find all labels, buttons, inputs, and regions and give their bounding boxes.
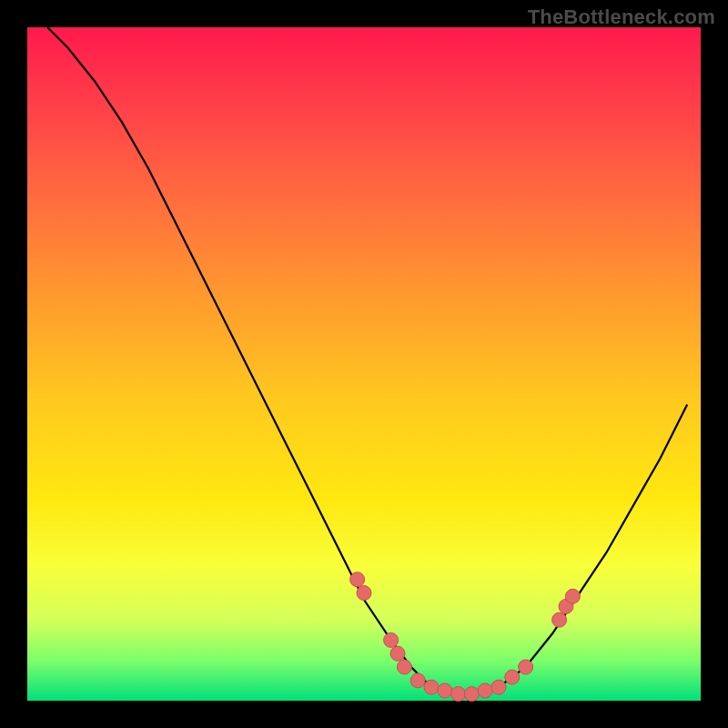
dot bbox=[384, 632, 399, 647]
dot bbox=[357, 586, 371, 601]
dot bbox=[438, 683, 452, 698]
dot bbox=[519, 660, 533, 674]
dot bbox=[552, 612, 567, 627]
dot bbox=[478, 683, 492, 698]
dot bbox=[397, 660, 411, 674]
dot bbox=[451, 687, 466, 702]
dot bbox=[464, 687, 479, 702]
curve-svg bbox=[27, 27, 701, 701]
watermark-text: TheBottleneck.com bbox=[528, 5, 715, 29]
dot bbox=[390, 646, 405, 661]
dot bbox=[505, 670, 520, 684]
dot bbox=[350, 572, 365, 587]
dot bbox=[424, 680, 439, 694]
dot bbox=[491, 680, 506, 694]
dot bbox=[410, 673, 425, 688]
highlight-dots bbox=[350, 572, 581, 702]
chart-frame: TheBottleneck.com bbox=[0, 0, 728, 728]
plot-area bbox=[27, 27, 701, 701]
dot bbox=[565, 589, 580, 603]
